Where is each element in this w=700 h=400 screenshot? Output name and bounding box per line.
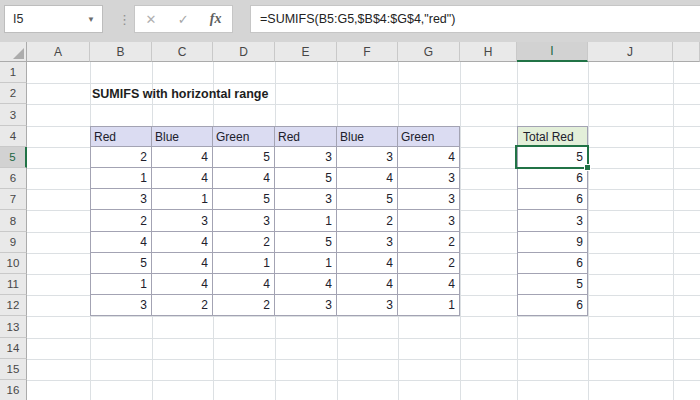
cell-I4[interactable]: Total Red: [517, 126, 588, 147]
cell-C8[interactable]: 3: [152, 210, 213, 232]
cell-G9[interactable]: 2: [398, 232, 460, 253]
cell-D11[interactable]: 4: [213, 274, 275, 295]
cell-F4[interactable]: Blue: [337, 126, 398, 147]
cell-D6[interactable]: 4: [213, 168, 275, 189]
cell-B10[interactable]: 5: [90, 253, 152, 274]
row-header-11[interactable]: 11: [0, 274, 27, 295]
row-header-8[interactable]: 8: [0, 210, 27, 232]
row-header-9[interactable]: 9: [0, 232, 27, 253]
cell-F12[interactable]: 3: [337, 295, 398, 316]
cell-I11[interactable]: 5: [517, 274, 588, 295]
row-header-16[interactable]: 16: [0, 380, 27, 400]
cell-E6[interactable]: 5: [275, 168, 337, 189]
cell-D8[interactable]: 3: [213, 210, 275, 232]
row-header-5[interactable]: 5: [0, 147, 27, 168]
cell-E5[interactable]: 3: [275, 147, 337, 168]
cell-F5[interactable]: 3: [337, 147, 398, 168]
gridline-horizontal: [27, 316, 700, 317]
column-header-F[interactable]: F: [337, 42, 398, 62]
cell-B11[interactable]: 1: [90, 274, 152, 295]
row-header-4[interactable]: 4: [0, 126, 27, 147]
cell-G7[interactable]: 3: [398, 189, 460, 210]
cell-B9[interactable]: 4: [90, 232, 152, 253]
cell-B12[interactable]: 3: [90, 295, 152, 316]
cell-F9[interactable]: 3: [337, 232, 398, 253]
cell-C5[interactable]: 4: [152, 147, 213, 168]
gridline-horizontal: [27, 338, 700, 339]
cell-D7[interactable]: 5: [213, 189, 275, 210]
cell-G4[interactable]: Green: [398, 126, 460, 147]
cell-F11[interactable]: 4: [337, 274, 398, 295]
row-header-13[interactable]: 13: [0, 316, 27, 338]
gridline-vertical: [673, 62, 674, 400]
row-header-3[interactable]: 3: [0, 104, 27, 126]
cell-C12[interactable]: 2: [152, 295, 213, 316]
cell-E10[interactable]: 1: [275, 253, 337, 274]
cell-D5[interactable]: 5: [213, 147, 275, 168]
cell-E8[interactable]: 1: [275, 210, 337, 232]
cell-E7[interactable]: 3: [275, 189, 337, 210]
gridline-vertical: [588, 62, 589, 400]
cell-I6[interactable]: 6: [517, 168, 588, 189]
cell-I8[interactable]: 3: [517, 210, 588, 232]
cell-C9[interactable]: 4: [152, 232, 213, 253]
cell-G5[interactable]: 4: [398, 147, 460, 168]
cell-I9[interactable]: 9: [517, 232, 588, 253]
cell-F6[interactable]: 4: [337, 168, 398, 189]
cell-C10[interactable]: 4: [152, 253, 213, 274]
cell-B4[interactable]: Red: [90, 126, 152, 147]
cell-E12[interactable]: 3: [275, 295, 337, 316]
cell-G12[interactable]: 1: [398, 295, 460, 316]
column-header-C[interactable]: C: [152, 42, 213, 62]
cell-C11[interactable]: 4: [152, 274, 213, 295]
column-header-A[interactable]: A: [27, 42, 90, 62]
cell-G10[interactable]: 2: [398, 253, 460, 274]
row-header-15[interactable]: 15: [0, 359, 27, 380]
cell-C7[interactable]: 1: [152, 189, 213, 210]
cell-C4[interactable]: Blue: [152, 126, 213, 147]
cell-E9[interactable]: 5: [275, 232, 337, 253]
row-header-12[interactable]: 12: [0, 295, 27, 316]
cell-G6[interactable]: 3: [398, 168, 460, 189]
cell-B6[interactable]: 1: [90, 168, 152, 189]
cell-B8[interactable]: 2: [90, 210, 152, 232]
column-header-I[interactable]: I: [517, 42, 588, 62]
gridline-horizontal: [27, 104, 700, 105]
column-header-E[interactable]: E: [275, 42, 337, 62]
row-header-2[interactable]: 2: [0, 83, 27, 104]
cell-G11[interactable]: 4: [398, 274, 460, 295]
cell-I5[interactable]: 5: [517, 147, 588, 168]
row-header-14[interactable]: 14: [0, 338, 27, 359]
row-header-7[interactable]: 7: [0, 189, 27, 210]
column-header-B[interactable]: B: [90, 42, 152, 62]
select-all-button[interactable]: [0, 42, 27, 62]
column-header-H[interactable]: H: [460, 42, 517, 62]
row-header-6[interactable]: 6: [0, 168, 27, 189]
cell-E4[interactable]: Red: [275, 126, 337, 147]
sheet-title: SUMIFS with horizontal range: [92, 83, 268, 104]
cell-I12[interactable]: 6: [517, 295, 588, 316]
cell-B5[interactable]: 2: [90, 147, 152, 168]
row-header-10[interactable]: 10: [0, 253, 27, 274]
cell-C6[interactable]: 4: [152, 168, 213, 189]
cell-D12[interactable]: 2: [213, 295, 275, 316]
column-header-partial[interactable]: [673, 42, 700, 62]
cell-I10[interactable]: 6: [517, 253, 588, 274]
column-header-J[interactable]: J: [588, 42, 673, 62]
cell-B7[interactable]: 3: [90, 189, 152, 210]
column-header-G[interactable]: G: [398, 42, 460, 62]
cell-F8[interactable]: 2: [337, 210, 398, 232]
cell-E11[interactable]: 4: [275, 274, 337, 295]
cell-F7[interactable]: 5: [337, 189, 398, 210]
cell-D9[interactable]: 2: [213, 232, 275, 253]
cell-D10[interactable]: 1: [213, 253, 275, 274]
cell-I7[interactable]: 6: [517, 189, 588, 210]
fill-handle[interactable]: [584, 164, 591, 171]
excel-window: I5 ▼ ⋮ ✕ ✓ fx =SUMIFS(B5:G5,$B$4:$G$4,"r…: [0, 0, 700, 400]
cell-D4[interactable]: Green: [213, 126, 275, 147]
cell-F10[interactable]: 4: [337, 253, 398, 274]
row-header-1[interactable]: 1: [0, 62, 27, 83]
cell-G8[interactable]: 3: [398, 210, 460, 232]
gridline-horizontal: [27, 359, 700, 360]
column-header-D[interactable]: D: [213, 42, 275, 62]
